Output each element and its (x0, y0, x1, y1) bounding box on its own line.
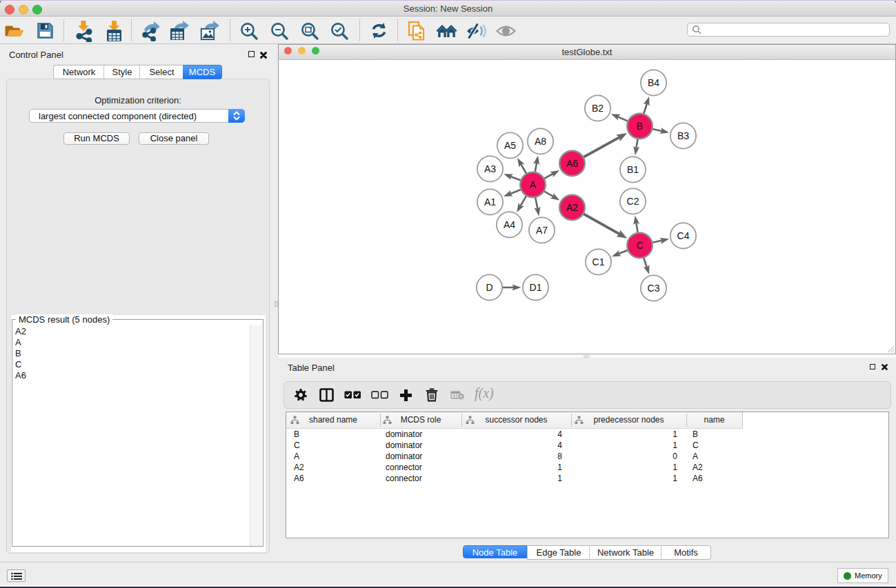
svg-text:B2: B2 (592, 103, 604, 114)
svg-text:C4: C4 (677, 230, 690, 241)
svg-text:C1: C1 (593, 256, 605, 267)
svg-text:A1: A1 (484, 196, 496, 207)
svg-text:A2: A2 (566, 202, 578, 213)
svg-text:B: B (637, 121, 643, 132)
svg-text:A6: A6 (566, 158, 578, 169)
svg-text:B1: B1 (627, 164, 639, 175)
svg-text:B4: B4 (648, 77, 659, 88)
svg-text:B3: B3 (677, 130, 689, 141)
svg-text:D: D (486, 282, 492, 293)
svg-text:A8: A8 (535, 136, 546, 147)
svg-text:C3: C3 (648, 283, 660, 294)
svg-text:A3: A3 (484, 163, 496, 174)
svg-text:D1: D1 (530, 282, 542, 293)
svg-text:C: C (636, 240, 643, 251)
svg-text:A5: A5 (504, 140, 516, 151)
svg-text:A7: A7 (536, 225, 548, 236)
svg-text:A4: A4 (504, 219, 515, 230)
svg-text:A: A (530, 179, 537, 190)
svg-text:C2: C2 (627, 196, 639, 207)
